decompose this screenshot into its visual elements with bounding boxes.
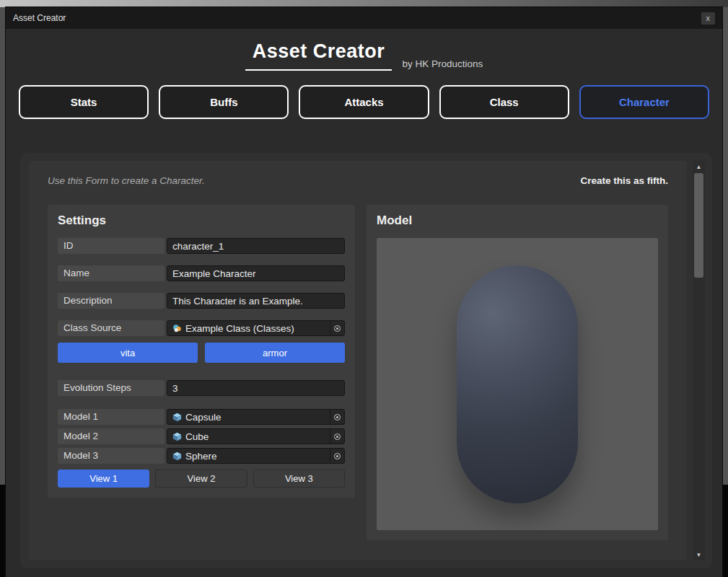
model-3-value: Sphere <box>185 451 330 462</box>
class-source-picker[interactable] <box>330 321 344 335</box>
close-button[interactable]: x <box>701 12 716 25</box>
capsule-3d-model <box>457 265 578 503</box>
page-title: Asset Creator <box>245 40 392 71</box>
evolution-steps-label: Evolution Steps <box>58 380 165 396</box>
scroll-up-arrow[interactable]: ▲ <box>693 161 705 172</box>
name-label: Name <box>58 265 165 281</box>
settings-section: Settings ID Name Description Cla <box>48 205 355 498</box>
model-3-label: Model 3 <box>58 448 165 464</box>
id-row: ID <box>58 238 345 254</box>
desktop-background-top <box>0 0 728 7</box>
model-1-row: Model 1 Capsule <box>58 409 345 425</box>
asset-creator-window: Asset Creator x Asset Creator by HK Prod… <box>6 7 722 577</box>
window-title: Asset Creator <box>13 13 66 23</box>
tab-bar: Stats Buffs Attacks Class Character <box>19 85 709 119</box>
scroll-down-arrow[interactable]: ▼ <box>693 549 705 560</box>
scriptable-object-icon <box>172 324 182 333</box>
mesh-cube-icon <box>172 432 182 441</box>
description-row: Description <box>58 293 345 309</box>
model-3-picker[interactable] <box>330 449 344 463</box>
tab-attacks[interactable]: Attacks <box>299 85 429 119</box>
model-1-label: Model 1 <box>58 409 165 425</box>
object-picker-icon <box>334 414 341 420</box>
mesh-cube-icon <box>172 452 182 461</box>
scrollbar-track[interactable] <box>693 172 705 549</box>
class-source-label: Class Source <box>58 320 165 336</box>
object-picker-icon <box>334 325 341 332</box>
model-1-value: Capsule <box>185 412 330 423</box>
class-source-object-field[interactable]: Example Class (Classes) <box>167 320 345 336</box>
name-row: Name <box>58 265 345 281</box>
model-heading: Model <box>377 213 658 228</box>
view-2-button[interactable]: View 2 <box>155 470 247 488</box>
model-2-picker[interactable] <box>330 429 344 444</box>
view-buttons-row: View 1 View 2 View 3 <box>58 470 345 488</box>
order-note: Create this as fifth. <box>580 175 668 186</box>
stat-buttons-row: vita armor <box>58 343 345 363</box>
name-input[interactable] <box>167 265 345 281</box>
model-3-object-field[interactable]: Sphere <box>167 448 345 464</box>
tab-class[interactable]: Class <box>439 85 569 119</box>
model-2-value: Cube <box>185 431 330 442</box>
desktop-background-left <box>0 7 6 485</box>
view-1-button[interactable]: View 1 <box>58 470 149 488</box>
character-form-panel: Use this Form to create a Character. Cre… <box>29 161 687 560</box>
header-subtitle: by HK Productions <box>402 58 483 71</box>
header: Asset Creator by HK Productions <box>6 40 722 71</box>
desktop-background-right <box>722 7 728 485</box>
tab-character[interactable]: Character <box>579 85 709 119</box>
model-preview[interactable] <box>377 238 658 530</box>
description-label: Description <box>58 293 165 309</box>
model-1-object-field[interactable]: Capsule <box>167 409 345 425</box>
model-3-row: Model 3 Sphere <box>58 448 345 464</box>
class-source-row: Class Source Example Class (Classes) <box>58 320 345 336</box>
model-2-object-field[interactable]: Cube <box>167 428 345 444</box>
id-label: ID <box>58 238 165 254</box>
object-picker-icon <box>334 453 341 459</box>
form-header-row: Use this Form to create a Character. Cre… <box>48 175 668 186</box>
model-section: Model <box>367 205 668 540</box>
vita-button[interactable]: vita <box>58 343 198 363</box>
evolution-steps-input[interactable] <box>167 380 345 396</box>
content-panel: Use this Form to create a Character. Cre… <box>20 153 712 568</box>
model-1-picker[interactable] <box>330 410 344 424</box>
scrollbar[interactable]: ▲ ▼ <box>693 161 705 560</box>
form-instruction: Use this Form to create a Character. <box>48 175 205 186</box>
mesh-cube-icon <box>172 413 182 422</box>
class-source-value: Example Class (Classes) <box>185 323 330 334</box>
object-picker-icon <box>334 433 341 440</box>
view-3-button[interactable]: View 3 <box>253 470 345 488</box>
model-2-row: Model 2 Cube <box>58 428 345 444</box>
scrollbar-thumb[interactable] <box>694 173 703 278</box>
window-titlebar[interactable]: Asset Creator x <box>6 7 722 29</box>
settings-heading: Settings <box>58 213 345 228</box>
tab-buffs[interactable]: Buffs <box>159 85 289 119</box>
description-input[interactable] <box>167 293 345 309</box>
id-input[interactable] <box>167 238 345 254</box>
tab-stats[interactable]: Stats <box>19 85 149 119</box>
evolution-steps-row: Evolution Steps <box>58 380 345 396</box>
armor-button[interactable]: armor <box>205 343 345 363</box>
model-2-label: Model 2 <box>58 428 165 444</box>
form-columns: Settings ID Name Description Cla <box>48 205 668 540</box>
